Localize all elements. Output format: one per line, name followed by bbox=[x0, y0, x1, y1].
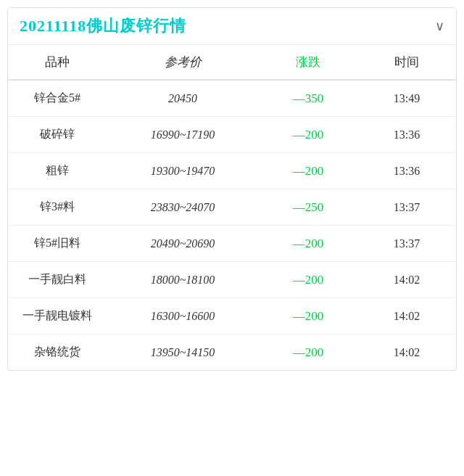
cell-product-name: 杂铬统货 bbox=[8, 335, 107, 371]
cell-time: 13:36 bbox=[357, 117, 456, 153]
cell-price: 19300~19470 bbox=[107, 153, 259, 189]
cell-product-name: 一手靓电镀料 bbox=[8, 298, 107, 335]
cell-price: 16990~17190 bbox=[107, 117, 259, 153]
col-header-change: 涨跌 bbox=[259, 45, 357, 80]
cell-time: 13:37 bbox=[357, 189, 456, 226]
table-row: 粗锌19300~19470—20013:36 bbox=[8, 153, 456, 189]
table-row: 锌合金5#20450—35013:49 bbox=[8, 80, 456, 117]
col-header-time: 时间 bbox=[357, 45, 456, 80]
cell-product-name: 破碎锌 bbox=[8, 117, 107, 153]
cell-time: 14:02 bbox=[357, 262, 456, 298]
table-header: 品种 参考价 涨跌 时间 bbox=[8, 45, 456, 80]
cell-change: —200 bbox=[259, 335, 357, 371]
cell-product-name: 粗锌 bbox=[8, 153, 107, 189]
cell-time: 13:37 bbox=[357, 226, 456, 262]
table-row: 锌5#旧料20490~20690—20013:37 bbox=[8, 226, 456, 262]
card-title: 20211118佛山废锌行情 bbox=[20, 15, 186, 37]
col-header-name: 品种 bbox=[8, 45, 107, 80]
cell-change: —200 bbox=[259, 298, 357, 335]
cell-product-name: 锌5#旧料 bbox=[8, 226, 107, 262]
table-row: 一手靓白料18000~18100—20014:02 bbox=[8, 262, 456, 298]
table-row: 一手靓电镀料16300~16600—20014:02 bbox=[8, 298, 456, 335]
market-card: 20211118佛山废锌行情 ∨ 品种 参考价 涨跌 时间 锌合金5#20450… bbox=[7, 7, 457, 371]
cell-product-name: 一手靓白料 bbox=[8, 262, 107, 298]
cell-product-name: 锌合金5# bbox=[8, 80, 107, 117]
cell-price: 16300~16600 bbox=[107, 298, 259, 335]
cell-change: —200 bbox=[259, 226, 357, 262]
cell-price: 23830~24070 bbox=[107, 189, 259, 226]
card-header: 20211118佛山废锌行情 ∨ bbox=[8, 8, 456, 45]
cell-change: —200 bbox=[259, 153, 357, 189]
table-row: 破碎锌16990~17190—20013:36 bbox=[8, 117, 456, 153]
cell-time: 14:02 bbox=[357, 335, 456, 371]
cell-time: 14:02 bbox=[357, 298, 456, 335]
cell-time: 13:49 bbox=[357, 80, 456, 117]
chevron-down-icon[interactable]: ∨ bbox=[435, 18, 444, 34]
cell-price: 13950~14150 bbox=[107, 335, 259, 371]
table-body: 锌合金5#20450—35013:49破碎锌16990~17190—20013:… bbox=[8, 80, 456, 370]
cell-price: 20490~20690 bbox=[107, 226, 259, 262]
cell-product-name: 锌3#料 bbox=[8, 189, 107, 226]
cell-price: 20450 bbox=[107, 80, 259, 117]
cell-change: —200 bbox=[259, 262, 357, 298]
cell-change: —250 bbox=[259, 189, 357, 226]
cell-time: 13:36 bbox=[357, 153, 456, 189]
table-row: 杂铬统货13950~14150—20014:02 bbox=[8, 335, 456, 371]
market-table: 品种 参考价 涨跌 时间 锌合金5#20450—35013:49破碎锌16990… bbox=[8, 45, 456, 370]
cell-change: —350 bbox=[259, 80, 357, 117]
cell-price: 18000~18100 bbox=[107, 262, 259, 298]
header-row: 品种 参考价 涨跌 时间 bbox=[8, 45, 456, 80]
table-row: 锌3#料23830~24070—25013:37 bbox=[8, 189, 456, 226]
cell-change: —200 bbox=[259, 117, 357, 153]
col-header-price: 参考价 bbox=[107, 45, 259, 80]
